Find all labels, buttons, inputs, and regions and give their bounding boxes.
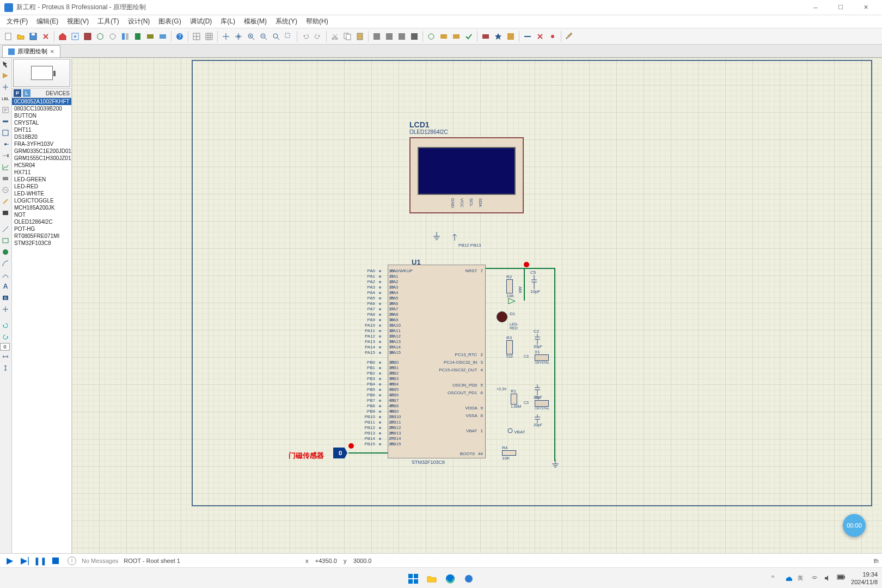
lcd-component[interactable]: LCD1 OLED12864I2C GNDVCCSCLSDA bbox=[409, 120, 524, 213]
vsm-icon[interactable] bbox=[157, 30, 169, 42]
zoom-fit-icon[interactable] bbox=[270, 30, 282, 42]
graph-tool-icon[interactable] bbox=[0, 162, 11, 173]
mcu-component[interactable]: U1 PA010PA111PA212PA313PA414PA515PA616PA… bbox=[388, 265, 486, 465]
menu-item[interactable]: 模板(M) bbox=[240, 16, 271, 27]
autoroute-icon[interactable] bbox=[480, 30, 492, 42]
menu-item[interactable]: 设计(N) bbox=[124, 16, 155, 27]
junction-tool-icon[interactable] bbox=[0, 82, 11, 93]
grid-icon[interactable] bbox=[203, 30, 215, 42]
device-item[interactable]: GRM1555C1H300JZ01D bbox=[12, 155, 71, 162]
menu-item[interactable]: 图表(G) bbox=[154, 16, 185, 27]
tray-onedrive-icon[interactable] bbox=[785, 574, 793, 583]
open-icon[interactable] bbox=[15, 30, 27, 42]
r4-component[interactable]: R4 10K bbox=[502, 445, 516, 461]
device-item[interactable]: LOGICTOGGLE bbox=[12, 197, 71, 204]
x2-component[interactable]: X2 CRYSTAL bbox=[535, 395, 549, 410]
device-pin-tool-icon[interactable] bbox=[0, 150, 11, 161]
tray-chevron-icon[interactable]: ^ bbox=[771, 574, 780, 583]
device-item[interactable]: POT-HG bbox=[12, 225, 71, 232]
zoom-area-icon[interactable] bbox=[283, 30, 295, 42]
copy-icon[interactable] bbox=[341, 30, 353, 42]
menu-item[interactable]: 系统(Y) bbox=[271, 16, 302, 27]
minimize-button[interactable]: ─ bbox=[804, 0, 828, 15]
device-item[interactable]: 0803CC10039B200 bbox=[12, 105, 71, 112]
angle-input[interactable]: 0 bbox=[0, 343, 10, 351]
zoom-out-icon[interactable] bbox=[258, 30, 270, 42]
compile-icon[interactable] bbox=[463, 30, 475, 42]
r1-component[interactable]: R1 1.00M bbox=[511, 389, 521, 408]
block-delete-icon[interactable] bbox=[408, 30, 420, 42]
libraries-button[interactable]: L bbox=[23, 89, 30, 97]
device-item[interactable]: RT0805FRE071MI bbox=[12, 232, 71, 240]
cut-icon[interactable] bbox=[329, 30, 341, 42]
tape-tool-icon[interactable] bbox=[0, 173, 11, 184]
step-button[interactable]: ▶| bbox=[19, 555, 32, 566]
origin-icon[interactable] bbox=[220, 30, 232, 42]
menu-item[interactable]: 视图(V) bbox=[63, 16, 93, 27]
device-item[interactable]: HX711 bbox=[12, 169, 71, 176]
explorer-icon[interactable] bbox=[424, 571, 439, 586]
junction-icon[interactable] bbox=[547, 30, 559, 42]
device-list[interactable]: 0C08052A1002FKHFT0803CC10039B200BUTTONCR… bbox=[12, 98, 71, 553]
schematic-canvas[interactable]: LCD1 OLED12864I2C GNDVCCSCLSDA PB12 PB13… bbox=[72, 58, 882, 553]
rotate-cw-icon[interactable] bbox=[0, 320, 11, 331]
text-tool-icon[interactable]: A bbox=[0, 281, 11, 292]
start-button[interactable] bbox=[406, 571, 421, 586]
bom-icon[interactable] bbox=[132, 30, 144, 42]
proteus-taskbar-icon[interactable] bbox=[461, 571, 476, 586]
delete-wire-icon[interactable] bbox=[534, 30, 546, 42]
play-button[interactable]: ▶ bbox=[3, 555, 16, 566]
zoom-in-icon[interactable] bbox=[245, 30, 257, 42]
erc-icon[interactable] bbox=[144, 30, 156, 42]
3d-icon[interactable] bbox=[94, 30, 106, 42]
redo-icon[interactable] bbox=[312, 30, 324, 42]
instrument-tool-icon[interactable] bbox=[0, 207, 11, 218]
marker-tool-icon[interactable] bbox=[0, 304, 11, 315]
generator-tool-icon[interactable] bbox=[0, 185, 11, 195]
menu-item[interactable]: 编辑(E) bbox=[32, 16, 63, 27]
tray-clock[interactable]: 19:34 2024/11/8 bbox=[851, 571, 878, 585]
probe-tool-icon[interactable] bbox=[0, 196, 11, 207]
circle-tool-icon[interactable] bbox=[0, 247, 11, 258]
flip-v-icon[interactable] bbox=[0, 363, 11, 373]
decompose-icon[interactable] bbox=[450, 30, 462, 42]
edit-icon[interactable] bbox=[564, 30, 575, 42]
bus-tool-icon[interactable] bbox=[0, 116, 11, 127]
flip-h-icon[interactable] bbox=[0, 351, 11, 362]
line-tool-icon[interactable] bbox=[0, 224, 11, 235]
c3-component[interactable]: 20pF bbox=[534, 414, 542, 427]
device-item[interactable]: 0C08052A1002FKHFT bbox=[12, 98, 71, 105]
pick-icon[interactable] bbox=[425, 30, 437, 42]
device-item[interactable]: FRA-3YFH103V bbox=[12, 140, 71, 148]
maximize-button[interactable]: ☐ bbox=[829, 0, 853, 15]
d1-component[interactable]: D1 LED-RED bbox=[497, 311, 507, 322]
terminal-tool-icon[interactable] bbox=[0, 139, 11, 150]
device-item[interactable]: DHT11 bbox=[12, 126, 71, 133]
text-script-tool-icon[interactable] bbox=[0, 105, 11, 115]
block-rotate-icon[interactable] bbox=[396, 30, 408, 42]
menu-item[interactable]: 库(L) bbox=[216, 16, 240, 27]
device-item[interactable]: NOT bbox=[12, 211, 71, 218]
menu-item[interactable]: 帮助(H) bbox=[302, 16, 333, 27]
subcircuit-tool-icon[interactable] bbox=[0, 127, 11, 138]
c2-component[interactable]: C2 20pF bbox=[534, 329, 542, 348]
device-item[interactable]: STM32F103C8 bbox=[12, 240, 71, 247]
package-icon[interactable] bbox=[438, 30, 450, 42]
device-item[interactable]: HC5R04 bbox=[12, 162, 71, 169]
home-icon[interactable] bbox=[57, 30, 69, 42]
property-icon[interactable] bbox=[505, 30, 517, 42]
tray-battery-icon[interactable] bbox=[837, 574, 846, 583]
block-copy-icon[interactable] bbox=[371, 30, 383, 42]
select-tool-icon[interactable] bbox=[0, 59, 11, 70]
pan-icon[interactable] bbox=[232, 30, 244, 42]
block-move-icon[interactable] bbox=[383, 30, 395, 42]
pcb-icon[interactable] bbox=[82, 30, 94, 42]
tray-lang-icon[interactable]: 英 bbox=[798, 574, 806, 583]
pick-parts-button[interactable]: P bbox=[14, 89, 21, 97]
path-tool-icon[interactable] bbox=[0, 270, 11, 280]
device-item[interactable]: CRYSTAL bbox=[12, 119, 71, 126]
save-icon[interactable] bbox=[27, 30, 39, 42]
edge-icon[interactable] bbox=[443, 571, 458, 586]
stop-button[interactable] bbox=[49, 555, 62, 566]
grid-snap-icon[interactable] bbox=[191, 30, 203, 42]
